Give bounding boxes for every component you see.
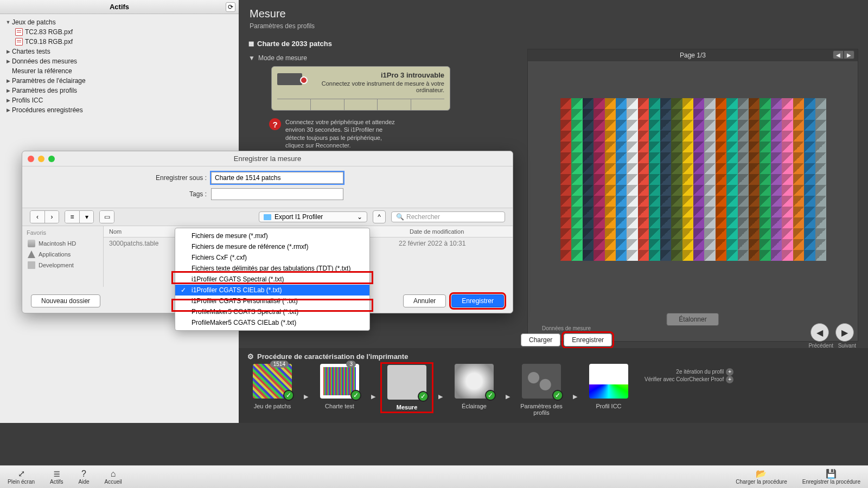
preview-header: Page 1/3 ◀ ▶ [528,49,858,61]
dd-cxf[interactable]: Fichiers CxF (*.cxf) [175,252,369,263]
assets-button[interactable]: ≣Actifs [50,470,63,485]
add-verify-button[interactable]: + [726,376,733,383]
chevron-right-icon: ▶ [506,393,510,400]
dd-tdt[interactable]: Fichiers texte délimités par des tabulat… [175,263,369,274]
dialog-toolbar: ‹› ≡▾ ▭ Export I1 Profiler⌄ ^ 🔍Recherche… [22,208,513,226]
saveas-label: Enregistrer sous : [33,174,207,182]
tree-lighting[interactable]: ▶Paramètres de l'éclairage [4,76,234,86]
tree-measureref[interactable]: Mesurer la référence [4,66,234,76]
calibrate-button[interactable]: Étalonner [666,313,719,326]
page-next-button[interactable]: ▶ [844,50,854,59]
saveas-input[interactable] [211,172,343,184]
tree-profiles[interactable]: ▶Paramètres des profils [4,86,234,95]
help-icon: ? [81,470,86,478]
tree-testcharts[interactable]: ▶Chartes tests [4,47,234,56]
minimize-window-button[interactable] [38,156,44,162]
page-nav: ◀ ▶ [833,50,854,59]
usb-icon [277,73,302,85]
chart-preview: Page 1/3 ◀ ▶ Étalonner [527,49,858,342]
chevron-right-icon: ▶ [438,393,443,400]
sidebar-macintosh-hd[interactable]: Macintosh HD [27,238,99,249]
wf-extra-options: 2e itération du profil+ Vérifier avec Co… [644,368,733,383]
cancel-button[interactable]: Annuler [403,294,446,307]
dd-pm5lab[interactable]: ProfileMaker5 CGATS CIELab (*.txt) [175,317,369,328]
grid-icon: ▦ [248,40,254,47]
search-icon: 🔍 [396,213,404,221]
tree-patchsets[interactable]: ▼Jeux de patchs [4,17,234,27]
assets-tree: ▼Jeux de patchs TC2.83 RGB.pxf TC9.18 RG… [0,14,239,118]
wf-step-measure[interactable]: ✓ Mesure [382,364,432,412]
measure-data-actions: Données de mesure Charger Enregistrer [521,325,612,346]
next-step-button[interactable]: ▶ [835,323,854,342]
file-icon [15,28,23,36]
data-actions-label: Données de mesure [542,325,591,331]
home-button[interactable]: ⌂Accueil [105,470,122,485]
warning-icon: ? [269,118,281,130]
save-data-button[interactable]: Enregistrer [564,333,612,346]
group-toggle[interactable]: ▭ [99,210,114,223]
fullscreen-icon: ⤢ [18,470,25,478]
folder-icon: ▭ [100,211,114,223]
dd-rmxf[interactable]: Fichiers de mesure de référence (*.rmxf) [175,241,369,252]
page-title: Mesure [239,0,868,22]
tree-file-tc283[interactable]: TC2.83 RGB.pxf [4,27,234,37]
tree-measuredata[interactable]: ▶Données des mesures [4,56,234,66]
workflow-bar: ⚙Procédure de caractérisation de l'impri… [239,348,868,423]
dd-mxf[interactable]: Fichiers de mesure (*.mxf) [175,230,369,241]
dd-spectral[interactable]: i1Profiler CGATS Spectral (*.txt) [175,274,369,285]
wf-step-patchset[interactable]: 1514✓ Jeu de patchs [247,364,297,409]
page-subtitle: Paramètres des profils [239,22,868,36]
dd-pm5spec[interactable]: ProfileMaker5 CGATS Spectral (*.txt) [175,306,369,317]
assets-title: Actifs [110,3,129,11]
chevron-right-icon: ▶ [304,393,308,400]
dialog-titlebar: Enregistrer la mesure [22,151,513,166]
wf-step-profparams[interactable]: ✓ Paramètres des profils [516,364,566,416]
wf-step-icc[interactable]: Profil ICC [584,364,634,409]
save-procedure-button[interactable]: 💾Enregistrer la procédure [802,470,860,485]
col-date-header[interactable]: Date de modification [404,226,513,237]
parent-folder-button[interactable]: ^ [373,210,386,223]
warning-text: Connectez votre périphérique et attendez… [285,118,399,149]
sidebar-development[interactable]: Development [27,260,99,271]
assets-header: Actifs ⟳ [0,0,239,14]
zoom-window-button[interactable] [48,156,55,162]
home-icon: ⌂ [111,470,116,478]
save-button[interactable]: Enregistrer [451,294,504,307]
search-input[interactable]: 🔍Rechercher [391,211,505,222]
format-dropdown: Fichiers de mesure (*.mxf) Fichiers de m… [175,228,370,331]
back-button[interactable]: ‹ [30,211,44,223]
chevron-right-icon: ▶ [573,393,577,400]
load-procedure-button[interactable]: 📂Charger la procédure [736,470,787,485]
refresh-icon[interactable]: ⟳ [226,2,235,12]
page-prev-button[interactable]: ◀ [833,50,844,59]
sidebar-applications[interactable]: Applications [27,249,99,260]
add-iteration-button[interactable]: + [726,368,733,376]
dd-custom[interactable]: i1Profiler CGATS Personnalisé (*.txt) [175,296,369,306]
fullscreen-button[interactable]: ⤢Plein écran [8,470,35,485]
tree-icc[interactable]: ▶Profils ICC [4,95,234,105]
load-data-button[interactable]: Charger [521,333,560,346]
prev-step-button[interactable]: ◀ [810,323,829,342]
chevron-right-icon: ▶ [371,393,375,400]
forward-button[interactable]: › [44,211,59,223]
folder-open-icon: 📂 [756,470,767,478]
device-status-box: i1Pro 3 introuvable Connectez votre inst… [271,66,450,111]
tree-saved[interactable]: ▶Procédures enregistrées [4,105,234,115]
wf-step-testchart[interactable]: 3✓ Charte test [315,364,365,409]
dialog-title: Enregistrer la mesure [234,155,301,163]
tree-file-tc918[interactable]: TC9.18 RGB.pxf [4,37,234,47]
list-icon: ≣ [53,470,60,478]
view-mode-toggle[interactable]: ≡▾ [65,210,94,223]
badge-pagecount: 3 [346,361,356,368]
dd-cielab[interactable]: i1Profiler CGATS CIELab (*.txt) [175,285,369,296]
device-cells [277,99,444,110]
wf-step-lighting[interactable]: ✓ Éclairage [449,364,499,409]
help-button[interactable]: ?Aide [78,470,89,485]
check-icon: ✓ [552,390,563,401]
workflow-header: ⚙Procédure de caractérisation de l'impri… [247,352,859,364]
check-icon: ✓ [418,391,429,402]
tags-input[interactable] [211,188,343,200]
folder-selector[interactable]: Export I1 Profiler⌄ [259,211,367,222]
new-folder-button[interactable]: Nouveau dossier [31,294,100,307]
close-window-button[interactable] [28,156,34,162]
